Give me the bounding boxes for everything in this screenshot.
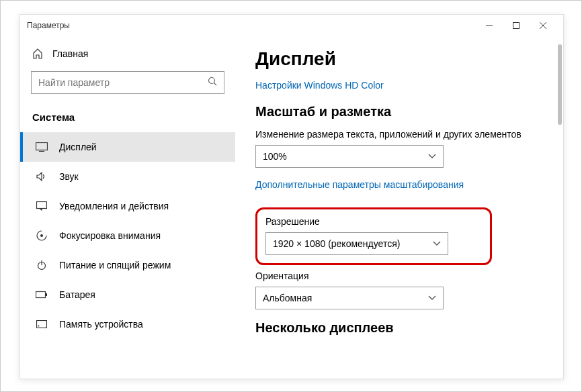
resolution-value: 1920 × 1080 (рекомендуется): [273, 238, 400, 249]
chevron-down-icon: [428, 293, 436, 303]
search-icon: [208, 77, 217, 89]
sidebar-item-storage[interactable]: Память устройства: [20, 309, 235, 339]
resolution-dropdown[interactable]: 1920 × 1080 (рекомендуется): [265, 232, 448, 255]
sidebar-item-label: Звук: [59, 171, 79, 182]
storage-icon: [35, 320, 48, 328]
battery-icon: [35, 291, 48, 299]
home-label: Главная: [52, 48, 88, 59]
chevron-down-icon: [428, 152, 436, 161]
orientation-value: Альбомная: [263, 293, 312, 303]
scale-section-heading: Масштаб и разметка: [255, 104, 530, 119]
window-title: Параметры: [27, 21, 70, 30]
sidebar-item-notifications[interactable]: Уведомления и действия: [20, 191, 235, 221]
sidebar-section-label: Система: [20, 106, 235, 132]
svg-point-4: [209, 78, 215, 84]
svg-rect-1: [513, 23, 519, 29]
scale-value: 100%: [263, 151, 287, 162]
sidebar-item-label: Дисплей: [59, 142, 97, 152]
scale-label: Изменение размера текста, приложений и д…: [255, 129, 530, 140]
svg-rect-14: [37, 321, 47, 328]
sidebar-item-battery[interactable]: Батарея: [20, 280, 235, 309]
sidebar-item-label: Уведомления и действия: [59, 201, 169, 211]
orientation-label: Ориентация: [255, 271, 530, 281]
display-icon: [35, 142, 48, 152]
resolution-label: Разрешение: [265, 216, 482, 227]
multi-display-heading: Несколько дисплеев: [255, 320, 530, 336]
svg-point-15: [38, 326, 40, 327]
sidebar-item-label: Фокусировка внимания: [59, 230, 161, 241]
home-icon: [32, 48, 43, 59]
scrollbar[interactable]: [558, 44, 562, 125]
search-input[interactable]: [38, 77, 208, 88]
hd-color-link[interactable]: Настройки Windows HD Color: [255, 80, 384, 91]
chevron-down-icon: [433, 239, 441, 248]
power-icon: [35, 260, 48, 271]
maximize-button[interactable]: [503, 16, 530, 35]
orientation-dropdown[interactable]: Альбомная: [255, 287, 444, 309]
sidebar-item-power[interactable]: Питание и спящий режим: [20, 250, 235, 280]
svg-point-9: [40, 234, 43, 237]
scale-advanced-link[interactable]: Дополнительные параметры масштабирования: [255, 179, 464, 190]
resolution-highlight: Разрешение 1920 × 1080 (рекомендуется): [255, 207, 492, 265]
scale-dropdown[interactable]: 100%: [255, 145, 444, 168]
search-input-container[interactable]: [31, 71, 224, 94]
page-title: Дисплей: [255, 48, 530, 70]
svg-line-5: [214, 83, 217, 86]
minimize-button[interactable]: [476, 16, 503, 35]
sidebar-item-label: Батарея: [59, 289, 95, 300]
focus-icon: [35, 230, 48, 241]
sidebar-item-label: Память устройства: [59, 319, 143, 330]
svg-rect-6: [36, 143, 48, 150]
sidebar-item-focus[interactable]: Фокусировка внимания: [20, 221, 235, 250]
sound-icon: [35, 172, 48, 181]
close-button[interactable]: [530, 16, 556, 35]
svg-rect-12: [36, 292, 46, 298]
home-link[interactable]: Главная: [20, 42, 235, 66]
notifications-icon: [35, 201, 48, 211]
sidebar-item-sound[interactable]: Звук: [20, 162, 235, 191]
sidebar-item-display[interactable]: Дисплей: [20, 132, 235, 162]
svg-rect-8: [37, 202, 47, 209]
sidebar-item-label: Питание и спящий режим: [59, 260, 171, 271]
svg-rect-13: [46, 293, 47, 296]
